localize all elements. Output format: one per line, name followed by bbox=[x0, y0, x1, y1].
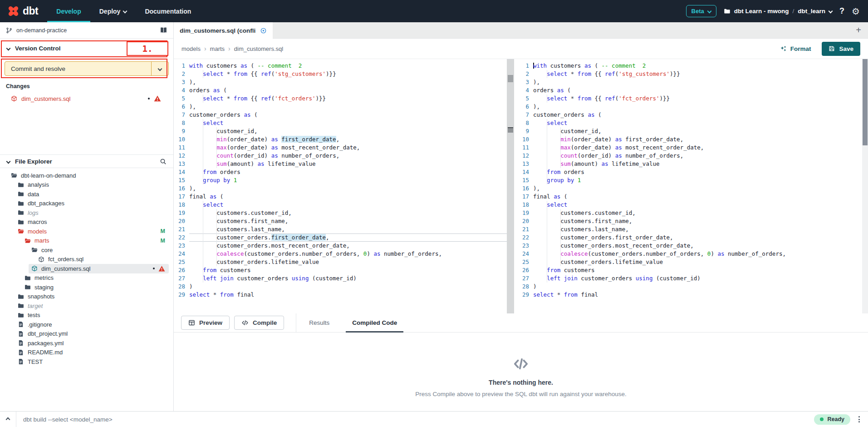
code-line-29[interactable]: 29select * from final bbox=[174, 291, 507, 299]
code-line-10[interactable]: 10 min(order_date) as first_order_date, bbox=[174, 135, 507, 144]
editor-scrollbar[interactable] bbox=[507, 59, 514, 313]
code-line-8[interactable]: 8 select bbox=[174, 119, 507, 127]
code-line-10[interactable]: 10 min(order_date) as first_order_date, bbox=[518, 135, 868, 144]
breadcrumb-file[interactable]: dim_customers.sql bbox=[234, 45, 283, 52]
unsaved-circle-icon[interactable] bbox=[260, 27, 267, 34]
code-line-24[interactable]: 24 coalesce(customer_orders.number_of_or… bbox=[518, 250, 868, 258]
new-tab-button[interactable]: + bbox=[849, 22, 868, 39]
code-line-4[interactable]: 4orders as ( bbox=[174, 86, 507, 94]
code-line-15[interactable]: 15 group by 1 bbox=[174, 176, 507, 184]
code-line-6[interactable]: 6), bbox=[518, 103, 868, 111]
code-line-21[interactable]: 21 customers.last_name, bbox=[518, 225, 868, 233]
command-input[interactable] bbox=[23, 416, 341, 423]
code-line-14[interactable]: 14 from orders bbox=[174, 168, 507, 176]
help-icon[interactable]: ? bbox=[839, 6, 844, 16]
tree-item-metrics[interactable]: metrics bbox=[0, 273, 173, 283]
code-line-27[interactable]: 27 left join customer_orders using (cust… bbox=[518, 274, 868, 283]
format-button[interactable]: Format bbox=[780, 45, 811, 52]
code-line-19[interactable]: 19 customers.customer_id, bbox=[174, 209, 507, 217]
beta-dropdown[interactable]: Beta bbox=[686, 5, 716, 17]
tree-item-snapshots[interactable]: snapshots bbox=[0, 292, 173, 302]
code-line-17[interactable]: 17final as ( bbox=[518, 193, 868, 201]
tree-item-models[interactable]: modelsM bbox=[0, 227, 173, 236]
code-line-13[interactable]: 13 sum(amount) as lifetime_value bbox=[174, 160, 507, 168]
tree-item-target[interactable]: target bbox=[0, 301, 173, 311]
account-switcher[interactable]: dbt Learn - mwong / dbt_learn bbox=[724, 8, 832, 15]
breadcrumb-models[interactable]: models bbox=[181, 45, 201, 52]
tab-compiled-code[interactable]: Compiled Code bbox=[352, 313, 397, 333]
tree-item-readme-md[interactable]: README.md bbox=[0, 348, 173, 357]
code-line-11[interactable]: 11 max(order_date) as most_recent_order_… bbox=[518, 144, 868, 152]
code-line-2[interactable]: 2 select * from {{ ref('stg_customers')}… bbox=[518, 70, 868, 78]
save-button[interactable]: Save bbox=[822, 42, 860, 56]
tree-item-dbt-project-yml[interactable]: dbt_project.yml bbox=[0, 329, 173, 339]
changed-file-row[interactable]: dim_customers.sql bbox=[6, 94, 167, 104]
chevron-up-icon[interactable] bbox=[0, 418, 16, 421]
compile-button[interactable]: Compile bbox=[234, 316, 284, 330]
code-line-9[interactable]: 9 customer_id, bbox=[174, 127, 507, 135]
code-line-15[interactable]: 15 group by 1 bbox=[518, 176, 868, 184]
docs-book-icon[interactable] bbox=[160, 26, 167, 34]
code-line-9[interactable]: 9 customer_id, bbox=[518, 127, 868, 135]
tree-item-analysis[interactable]: analysis bbox=[0, 180, 173, 190]
code-line-19[interactable]: 19 customers.customer_id, bbox=[518, 209, 868, 217]
code-line-18[interactable]: 18 select bbox=[518, 201, 868, 209]
gear-icon[interactable]: ⚙ bbox=[852, 7, 860, 16]
code-line-25[interactable]: 25 customer_orders.lifetime_value bbox=[174, 258, 507, 266]
tree-item-dbt-learn-on-demand[interactable]: dbt-learn-on-demand bbox=[0, 171, 173, 180]
code-line-11[interactable]: 11 max(order_date) as most_recent_order_… bbox=[174, 144, 507, 152]
code-line-24[interactable]: 24 coalesce(customer_orders.number_of_or… bbox=[174, 250, 507, 258]
code-line-21[interactable]: 21 customers.last_name, bbox=[174, 225, 507, 233]
code-line-20[interactable]: 20 customers.first_name, bbox=[518, 217, 868, 225]
code-line-16[interactable]: 16), bbox=[174, 184, 507, 193]
tree-item-fct-orders-sql[interactable]: fct_orders.sql bbox=[0, 255, 173, 264]
code-line-6[interactable]: 6), bbox=[174, 103, 507, 111]
code-line-18[interactable]: 18 select bbox=[174, 201, 507, 209]
code-line-14[interactable]: 14 from orders bbox=[518, 168, 868, 176]
code-line-12[interactable]: 12 count(order_id) as number_of_orders, bbox=[174, 152, 507, 160]
tab-dim-customers[interactable]: dim_customers.sql (confli... bbox=[174, 22, 273, 39]
code-line-12[interactable]: 12 count(order_id) as number_of_orders, bbox=[518, 152, 868, 160]
code-line-26[interactable]: 26 from customers bbox=[518, 266, 868, 274]
code-line-23[interactable]: 23 customer_orders.most_recent_order_dat… bbox=[174, 242, 507, 250]
code-line-7[interactable]: 7customer_orders as ( bbox=[518, 111, 868, 119]
code-line-17[interactable]: 17final as ( bbox=[174, 193, 507, 201]
tree-item-core[interactable]: core bbox=[0, 245, 173, 255]
tab-results[interactable]: Results bbox=[309, 313, 329, 333]
code-line-7[interactable]: 7customer_orders as ( bbox=[174, 111, 507, 119]
editor-pane-right[interactable]: 1with customers as ( -- comment 22 selec… bbox=[518, 59, 868, 313]
code-line-8[interactable]: 8 select bbox=[518, 119, 868, 127]
code-line-3[interactable]: 3), bbox=[174, 78, 507, 86]
tree-item-macros[interactable]: macros bbox=[0, 218, 173, 227]
nav-deploy[interactable]: Deploy bbox=[90, 0, 136, 22]
kebab-menu-icon[interactable] bbox=[856, 416, 863, 422]
code-line-23[interactable]: 23 customer_orders.most_recent_order_dat… bbox=[518, 242, 868, 250]
preview-button[interactable]: Preview bbox=[181, 316, 230, 330]
code-line-3[interactable]: 3), bbox=[518, 78, 868, 86]
code-line-13[interactable]: 13 sum(amount) as lifetime_value bbox=[518, 160, 868, 168]
search-icon[interactable] bbox=[160, 158, 167, 165]
tree-item-dim-customers-sql[interactable]: dim_customers.sql bbox=[0, 264, 173, 273]
code-line-29[interactable]: 29select * from final bbox=[518, 291, 868, 299]
tree-item--gitignore[interactable]: .gitignore bbox=[0, 320, 173, 329]
code-line-25[interactable]: 25 customer_orders.lifetime_value bbox=[518, 258, 868, 266]
tree-item-dbt-packages[interactable]: dbt_packages bbox=[0, 199, 173, 209]
code-line-28[interactable]: 28) bbox=[518, 283, 868, 291]
file-explorer-header[interactable]: File Explorer bbox=[0, 154, 173, 168]
code-line-16[interactable]: 16), bbox=[518, 184, 868, 193]
dbt-logo[interactable]: dbt bbox=[0, 5, 47, 17]
nav-develop[interactable]: Develop bbox=[47, 0, 90, 22]
code-line-1[interactable]: 1with customers as ( -- comment 2 bbox=[174, 62, 507, 70]
code-line-26[interactable]: 26 from customers bbox=[174, 266, 507, 274]
tree-item-data[interactable]: data bbox=[0, 189, 173, 199]
code-line-28[interactable]: 28) bbox=[174, 283, 507, 291]
editor-scrollbar-right[interactable] bbox=[862, 59, 868, 313]
editor-pane-left[interactable]: 1with customers as ( -- comment 22 selec… bbox=[174, 59, 507, 313]
tree-item-staging[interactable]: staging bbox=[0, 283, 173, 292]
tree-item-marts[interactable]: martsM bbox=[0, 236, 173, 246]
code-line-27[interactable]: 27 left join customer_orders using (cust… bbox=[174, 274, 507, 283]
code-line-1[interactable]: 1with customers as ( -- comment 2 bbox=[518, 62, 868, 70]
commit-dropdown-toggle[interactable] bbox=[151, 62, 168, 75]
tree-item-packages-yml[interactable]: packages.yml bbox=[0, 338, 173, 348]
code-line-4[interactable]: 4orders as ( bbox=[518, 86, 868, 94]
